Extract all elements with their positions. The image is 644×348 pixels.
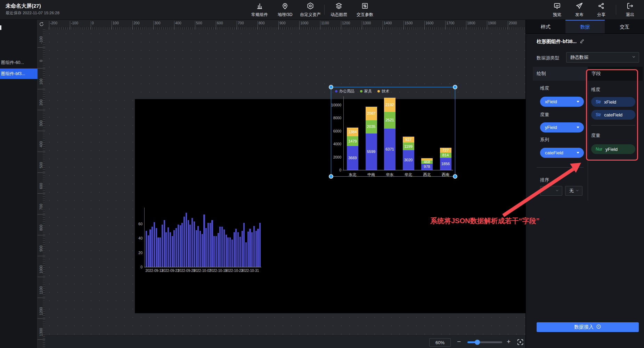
chevron-down-icon xyxy=(575,188,579,194)
measure-select-pill[interactable]: yField xyxy=(540,122,584,132)
ruler-label: 2000 xyxy=(509,21,517,25)
selection-frame[interactable] xyxy=(331,87,455,177)
tab-style[interactable]: 样式 xyxy=(526,20,565,33)
resize-handle-nw[interactable] xyxy=(329,85,333,89)
zoom-slider[interactable] xyxy=(467,341,502,343)
paper-plane-icon xyxy=(576,5,583,11)
ruler-tick xyxy=(38,47,45,48)
ruler-label: 400 xyxy=(175,21,181,25)
ruler-tick xyxy=(38,256,45,256)
tab-data[interactable]: 数据 xyxy=(565,20,605,33)
ruler-label: 0 xyxy=(92,21,94,25)
ruler-tick xyxy=(38,214,45,215)
artboard[interactable] xyxy=(135,99,525,313)
horizontal-ruler: -200-10001002003004005006007008009001000… xyxy=(45,20,525,30)
sort-order-select[interactable]: 无 xyxy=(565,186,582,196)
chevron-down-icon xyxy=(555,188,559,194)
edit-pencil-icon[interactable] xyxy=(580,39,585,45)
ruler-label: 1300 xyxy=(39,325,43,339)
column-divider xyxy=(588,81,588,201)
tab-interaction[interactable]: 交互 xyxy=(605,20,644,33)
annotation-text: 系统将JSON数据解析成若干“字段” xyxy=(430,216,539,226)
ruler-label: 1500 xyxy=(405,21,413,25)
component-title-row: 柱形图组件-bf38... xyxy=(537,39,585,45)
sort-field-select[interactable] xyxy=(540,186,562,196)
ruler-label: 1400 xyxy=(384,21,392,25)
canvas-bottom-bar: 60% − + xyxy=(45,335,525,348)
ruler-corner xyxy=(38,20,45,30)
action-share[interactable]: 分享 xyxy=(589,2,614,18)
ruler-tick xyxy=(38,193,45,194)
caret-down-icon xyxy=(577,127,579,128)
field-chip-xfield[interactable]: Str xField xyxy=(591,97,635,107)
chevron-down-icon xyxy=(631,55,636,60)
datasource-select[interactable]: 静态数据 xyxy=(566,52,639,63)
datasource-label: 数据源类型 xyxy=(537,55,559,61)
ruler-label: 600 xyxy=(217,21,223,25)
ruler-label: 800 xyxy=(39,221,43,235)
ruler-label: 500 xyxy=(39,158,43,172)
ruler-label: 800 xyxy=(259,21,265,25)
layer-item[interactable]: 图组件-60... xyxy=(0,57,38,68)
dimension-label: 维度 xyxy=(540,85,549,91)
field-chip-catefield[interactable]: Str cateField xyxy=(591,110,635,120)
layers-icon xyxy=(335,5,343,11)
fit-to-screen-icon[interactable] xyxy=(516,338,524,346)
map-pin-icon xyxy=(281,5,289,11)
field-chip-yfield[interactable]: Nur yField xyxy=(591,144,635,154)
resize-handle-ne[interactable] xyxy=(453,85,457,89)
ruler-label: 1700 xyxy=(446,21,454,25)
ruler-tick xyxy=(38,131,45,131)
zoom-level-value[interactable]: 60% xyxy=(429,338,451,347)
resize-handle-se[interactable] xyxy=(453,174,457,179)
ruler-tick xyxy=(38,68,45,68)
ruler-label: 900 xyxy=(279,21,286,25)
ruler-label: 900 xyxy=(39,242,43,256)
toolbar-item-interactive-params[interactable]: 交互参数 xyxy=(352,2,377,18)
fields-column-divider xyxy=(591,125,635,126)
refresh-icon[interactable] xyxy=(39,22,44,28)
ruler-label: 1800 xyxy=(467,21,475,25)
ruler-tick xyxy=(38,110,45,110)
ruler-label: 700 xyxy=(238,21,244,25)
inspector-tabs: 样式 数据 交互 xyxy=(526,20,644,34)
zoom-out-button[interactable]: − xyxy=(457,338,461,346)
action-preview[interactable]: 预览 xyxy=(545,2,570,18)
series-label: 系列 xyxy=(540,137,549,143)
ruler-label: 0 xyxy=(39,54,43,68)
editor-canvas[interactable] xyxy=(45,30,525,348)
fields-dimension-label: 维度 xyxy=(591,87,600,93)
ruler-label: 1600 xyxy=(425,21,433,25)
draw-column-header[interactable]: 绘制 xyxy=(533,67,588,81)
layers-panel: 图组件-60...图组件-bf3... xyxy=(0,20,38,348)
fields-column-header[interactable]: 字段 xyxy=(588,67,643,81)
ruler-label: 1200 xyxy=(342,21,350,25)
ruler-label: 1100 xyxy=(39,283,43,297)
clock-circle-icon xyxy=(596,324,601,330)
zoom-in-button[interactable]: + xyxy=(507,338,511,346)
resize-handle-sw[interactable] xyxy=(329,174,333,179)
toolbar-item-dynamic-layers[interactable]: 动态图层 xyxy=(326,2,351,18)
ruler-label: -100 xyxy=(39,33,43,47)
layer-item[interactable]: 图组件-bf3... xyxy=(0,68,38,79)
ruler-tick xyxy=(38,277,45,277)
series-select-pill[interactable]: cateField xyxy=(540,148,584,158)
measure-label: 度量 xyxy=(540,112,549,118)
caret-down-icon xyxy=(577,152,579,154)
ruler-label: 300 xyxy=(154,21,161,25)
ruler-tick xyxy=(38,339,45,340)
toolbar-item-components[interactable]: 常规组件 xyxy=(247,2,272,18)
data-access-button[interactable]: 数据接入 xyxy=(537,322,639,332)
zoom-slider-handle[interactable] xyxy=(475,340,480,345)
action-exit[interactable]: 退出 xyxy=(618,2,643,18)
ruler-label: 600 xyxy=(39,179,43,193)
ruler-label: 1000 xyxy=(39,262,43,276)
ruler-tick xyxy=(38,298,45,298)
ruler-label: 500 xyxy=(196,21,202,25)
toolbar-item-custom-assets[interactable]: 自定义资产 xyxy=(298,2,323,18)
dimension-select-pill[interactable]: xField xyxy=(540,97,584,107)
action-publish[interactable]: 发布 xyxy=(567,2,592,18)
ruler-label: 200 xyxy=(39,96,43,110)
toolbar-item-geo3d[interactable]: 地理/3D xyxy=(272,2,297,18)
ruler-label: -100 xyxy=(71,21,78,25)
